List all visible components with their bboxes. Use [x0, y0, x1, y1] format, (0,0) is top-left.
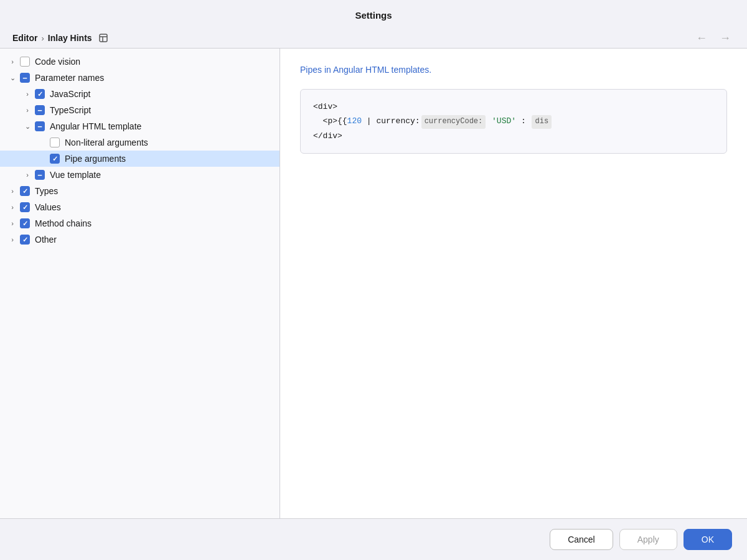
- label-method-chains: Method chains: [35, 218, 92, 228]
- sidebar-item-javascript[interactable]: › JavaScript: [0, 86, 280, 102]
- expand-arrow-values: ›: [7, 202, 17, 212]
- checkbox-code-vision[interactable]: [20, 57, 30, 67]
- sidebar-item-typescript[interactable]: › TypeScript: [0, 102, 280, 118]
- breadcrumb-separator: ›: [41, 34, 44, 43]
- label-angular: Angular HTML template: [50, 121, 141, 131]
- expand-arrow-angular: ⌄: [22, 121, 32, 131]
- code-tag-div-close: </div>: [313, 129, 342, 143]
- expand-arrow-types: ›: [7, 186, 17, 196]
- sidebar: › Code vision ⌄ Parameter names › JavaSc…: [0, 49, 280, 518]
- svg-rect-0: [100, 34, 107, 42]
- breadcrumb-bar: Editor › Inlay Hints ← →: [0, 28, 747, 49]
- checkbox-non-literal[interactable]: [50, 138, 60, 147]
- code-hint-dis: dis: [532, 115, 552, 129]
- label-code-vision: Code vision: [35, 57, 80, 67]
- sidebar-item-angular-html-template[interactable]: ⌄ Angular HTML template: [0, 118, 280, 134]
- nav-arrows: ← →: [692, 30, 735, 46]
- breadcrumb-current: Inlay Hints: [48, 33, 92, 43]
- expand-arrow-vue: ›: [22, 170, 32, 180]
- code-tag-div-open: <div>: [313, 100, 337, 114]
- code-line-1: <div>: [313, 100, 714, 114]
- window-title: Settings: [0, 0, 747, 28]
- breadcrumb: Editor › Inlay Hints: [12, 33, 108, 43]
- expand-arrow-parameter-names: ⌄: [7, 73, 17, 83]
- code-p-open: <p>{{: [313, 114, 347, 128]
- description-text: Pipes in Angular HTML templates.: [300, 63, 727, 77]
- checkbox-pipe-arguments[interactable]: [50, 154, 60, 164]
- label-pipe-arguments: Pipe arguments: [65, 154, 126, 164]
- checkbox-javascript[interactable]: [35, 89, 45, 99]
- checkbox-values[interactable]: [20, 202, 30, 212]
- main-content: › Code vision ⌄ Parameter names › JavaSc…: [0, 49, 747, 518]
- checkbox-typescript[interactable]: [35, 105, 45, 115]
- expand-arrow-typescript: ›: [22, 105, 32, 115]
- code-line-2: <p>{{120 | currency:currencyCode: 'USD' …: [313, 114, 714, 129]
- sidebar-item-pipe-arguments[interactable]: Pipe arguments: [0, 151, 280, 167]
- checkbox-types[interactable]: [20, 186, 30, 196]
- label-typescript: TypeScript: [50, 105, 91, 115]
- label-javascript: JavaScript: [50, 89, 90, 99]
- label-values: Values: [35, 202, 61, 212]
- forward-button[interactable]: →: [716, 30, 735, 46]
- label-non-literal: Non-literal arguments: [65, 138, 148, 147]
- sidebar-item-method-chains[interactable]: › Method chains: [0, 215, 280, 231]
- breadcrumb-parent[interactable]: Editor: [12, 33, 37, 43]
- code-pipe-sym: | currency:: [362, 114, 420, 128]
- label-parameter-names: Parameter names: [35, 73, 104, 83]
- apply-button[interactable]: Apply: [619, 529, 677, 550]
- sidebar-item-code-vision[interactable]: › Code vision: [0, 54, 280, 70]
- code-hint-currencycode: currencyCode:: [421, 115, 486, 129]
- sidebar-item-types[interactable]: › Types: [0, 183, 280, 199]
- label-other: Other: [35, 235, 57, 245]
- checkbox-vue[interactable]: [35, 170, 45, 180]
- back-button[interactable]: ←: [692, 30, 711, 46]
- ok-button[interactable]: OK: [684, 529, 732, 550]
- expand-arrow-other: ›: [7, 235, 17, 245]
- checkbox-parameter-names[interactable]: [20, 73, 30, 83]
- sidebar-item-non-literal-arguments[interactable]: Non-literal arguments: [0, 134, 280, 151]
- cancel-button[interactable]: Cancel: [550, 529, 613, 550]
- code-number-120: 120: [347, 114, 362, 128]
- layout-icon: [98, 33, 108, 43]
- checkbox-method-chains[interactable]: [20, 218, 30, 228]
- code-string-usd: 'USD': [487, 114, 516, 128]
- sidebar-item-other[interactable]: › Other: [0, 231, 280, 248]
- label-vue: Vue template: [50, 170, 101, 180]
- expand-arrow-code-vision: ›: [7, 57, 17, 67]
- code-preview: <div> <p>{{120 | currency:currencyCode: …: [300, 89, 727, 154]
- code-colon-space: :: [516, 114, 530, 128]
- expand-arrow-javascript: ›: [22, 89, 32, 99]
- right-panel: Pipes in Angular HTML templates. <div> <…: [280, 49, 747, 518]
- sidebar-item-values[interactable]: › Values: [0, 199, 280, 215]
- code-line-3: </div>: [313, 129, 714, 143]
- checkbox-angular[interactable]: [35, 121, 45, 131]
- sidebar-item-vue-template[interactable]: › Vue template: [0, 167, 280, 183]
- label-types: Types: [35, 186, 58, 196]
- expand-arrow-method-chains: ›: [7, 218, 17, 228]
- sidebar-item-parameter-names[interactable]: ⌄ Parameter names: [0, 70, 280, 86]
- bottom-bar: Cancel Apply OK: [0, 518, 747, 560]
- checkbox-other[interactable]: [20, 235, 30, 245]
